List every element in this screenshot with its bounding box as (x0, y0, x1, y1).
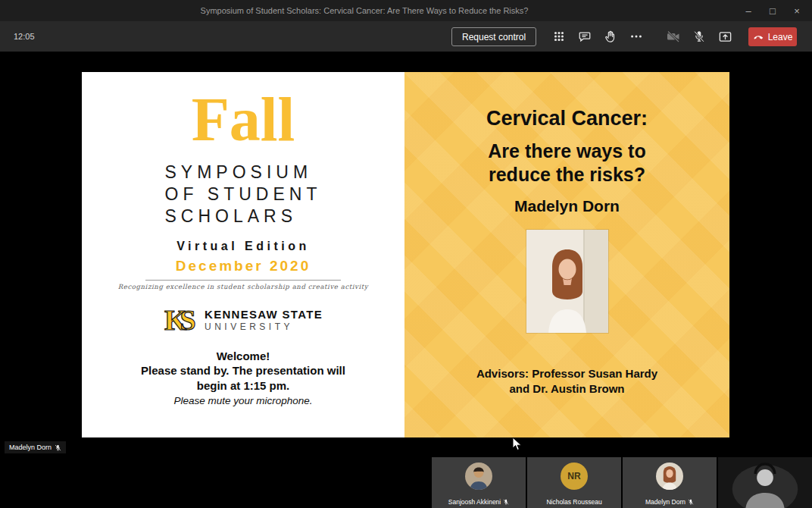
avatar (656, 463, 683, 490)
raise-hand-icon[interactable] (601, 27, 620, 45)
participant-tile-sanjoosh[interactable]: Sanjoosh Akkineni (432, 457, 526, 508)
window-title: Symposium of Student Scholars: Cervical … (0, 0, 729, 21)
close-icon[interactable]: × (785, 0, 809, 21)
gallery-icon[interactable] (550, 27, 568, 45)
window-titlebar: Symposium of Student Scholars: Cervical … (0, 0, 812, 21)
standby-line2: begin at 1:15 pm. (82, 378, 404, 394)
meeting-timer: 12:05 (14, 21, 35, 52)
symposium-title: SYMPOSIUM OF STUDENT SCHOLARS (165, 161, 322, 227)
participant-name: Sanjoosh Akkineni (448, 498, 501, 506)
svg-text:KS: KS (164, 304, 195, 336)
share-screen-icon[interactable] (716, 27, 734, 45)
meeting-stage: Fall SYMPOSIUM OF STUDENT SCHOLARS Virtu… (0, 52, 812, 508)
presenter-name: Madelyn Dorn (404, 197, 729, 215)
advisors-text: Advisors: Professor Susan Hardy and Dr. … (404, 366, 729, 397)
welcome-heading: Welcome! (82, 349, 404, 364)
participant-name-row: Nicholas Rousseau (527, 498, 621, 506)
shared-presentation-slide: Fall SYMPOSIUM OF STUDENT SCHOLARS Virtu… (82, 72, 729, 437)
participant-video (718, 457, 812, 508)
avatar (465, 463, 492, 490)
participant-name-row: Sanjoosh Akkineni (432, 498, 526, 506)
mute-note: Please mute your microphone. (82, 394, 404, 408)
window-controls: – □ × (736, 0, 809, 21)
presenter-photo (526, 230, 608, 333)
participant-filmstrip: Sanjoosh Akkineni NR Nicholas Rousseau (432, 457, 812, 508)
camera-off-icon[interactable] (664, 27, 682, 45)
university-logo-block: KS KENNESAW STATE UNIVERSITY (82, 304, 404, 336)
virtual-edition-label: Virtual Edition (82, 240, 404, 253)
university-word: UNIVERSITY (205, 321, 323, 332)
meeting-toolbar: 12:05 Request control Leave (0, 21, 812, 52)
fall-title: Fall (82, 89, 404, 151)
slide-right-panel: Cervical Cancer: Are there ways to reduc… (404, 72, 729, 437)
mic-off-icon[interactable] (690, 27, 708, 45)
participant-name: Madelyn Dorn (645, 498, 686, 506)
divider (145, 280, 341, 281)
participant-name: Nicholas Rousseau (546, 498, 601, 506)
participant-initials: NR (567, 471, 580, 481)
tagline: Recognizing excellence in student schola… (82, 283, 404, 290)
muted-mic-icon (503, 499, 509, 505)
welcome-block: Welcome! Please stand by. The presentati… (82, 349, 404, 408)
hang-up-icon (753, 31, 764, 42)
presentation-title: Cervical Cancer: (404, 107, 729, 130)
event-date: December 2020 (82, 258, 404, 274)
muted-mic-icon (688, 499, 694, 505)
minimize-icon[interactable]: – (736, 0, 760, 21)
presenter-tag-label: Madelyn Dorn (9, 444, 52, 451)
presenter-name-tag: Madelyn Dorn (5, 441, 66, 453)
leave-label: Leave (768, 32, 793, 42)
participant-name-row: Madelyn Dorn (623, 498, 717, 506)
standby-line1: Please stand by. The presentation will (82, 363, 404, 378)
participant-tile-nicholas[interactable]: NR Nicholas Rousseau (527, 457, 621, 508)
chat-icon[interactable] (576, 27, 594, 45)
leave-button[interactable]: Leave (748, 27, 797, 46)
initials-avatar: NR (561, 463, 588, 490)
mouse-cursor-icon (512, 437, 522, 454)
teams-meeting-window: Symposium of Student Scholars: Cervical … (0, 0, 812, 508)
maximize-icon[interactable]: □ (760, 0, 785, 21)
slide-left-panel: Fall SYMPOSIUM OF STUDENT SCHOLARS Virtu… (82, 72, 404, 437)
request-control-button[interactable]: Request control (451, 27, 536, 46)
participant-video-tile[interactable] (718, 457, 812, 508)
presentation-subtitle: Are there ways to reduce the risks? (404, 140, 729, 186)
more-options-icon[interactable] (627, 27, 645, 45)
university-name: KENNESAW STATE (205, 308, 323, 321)
ksu-logo-icon: KS (164, 304, 198, 336)
participant-tile-madelyn[interactable]: Madelyn Dorn (623, 457, 717, 508)
muted-mic-icon (55, 444, 61, 451)
